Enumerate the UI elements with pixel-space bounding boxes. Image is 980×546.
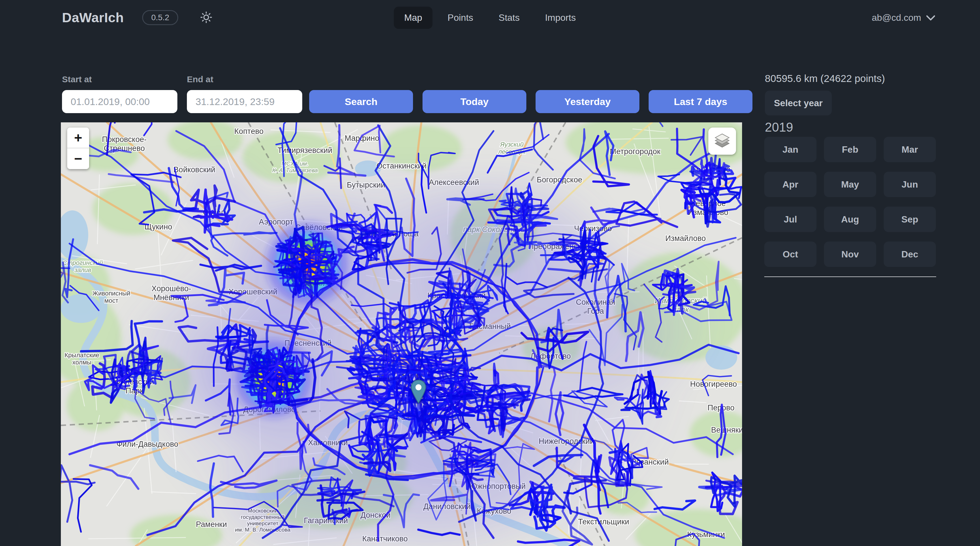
month-button-feb[interactable]: Feb bbox=[824, 137, 876, 162]
start-at-input[interactable] bbox=[62, 90, 177, 113]
zoom-in-button[interactable]: + bbox=[67, 128, 89, 148]
map-zoom-control: + − bbox=[67, 128, 89, 169]
account-menu[interactable]: ab@cd.com bbox=[872, 13, 935, 23]
last-7-days-button[interactable]: Last 7 days bbox=[649, 90, 752, 113]
month-grid: Jan Feb Mar Apr May Jun Jul Aug Sep Oct … bbox=[764, 137, 936, 267]
end-at-label: End at bbox=[187, 75, 213, 84]
month-button-oct[interactable]: Oct bbox=[764, 241, 816, 267]
map-canvas[interactable]: КоптевоПокровское-СтрешневоТимирязевский… bbox=[61, 122, 742, 546]
month-button-dec[interactable]: Dec bbox=[884, 241, 936, 267]
location-marker-pin[interactable] bbox=[410, 380, 426, 405]
month-button-aug[interactable]: Aug bbox=[824, 207, 876, 232]
map-label: Тимирязевский bbox=[277, 146, 332, 155]
month-button-may[interactable]: May bbox=[824, 172, 876, 197]
select-year-button[interactable]: Select year bbox=[765, 91, 832, 115]
start-at-label: Start at bbox=[62, 75, 92, 84]
map-label: Новогиреево bbox=[690, 380, 737, 388]
month-button-jul[interactable]: Jul bbox=[764, 207, 816, 232]
end-at-input[interactable] bbox=[187, 90, 302, 113]
sidebar-divider bbox=[764, 276, 936, 277]
tab-points[interactable]: Points bbox=[437, 6, 484, 29]
chevron-down-icon bbox=[926, 13, 935, 23]
theme-toggle-button[interactable] bbox=[197, 8, 216, 28]
tab-stats[interactable]: Stats bbox=[488, 6, 530, 29]
month-button-jun[interactable]: Jun bbox=[884, 172, 936, 197]
month-button-jan[interactable]: Jan bbox=[764, 137, 816, 162]
zoom-out-button[interactable]: − bbox=[67, 148, 89, 169]
month-button-apr[interactable]: Apr bbox=[764, 172, 816, 197]
layers-control[interactable] bbox=[708, 128, 736, 155]
search-button[interactable]: Search bbox=[309, 90, 413, 113]
tab-map[interactable]: Map bbox=[394, 6, 433, 29]
page: { "app": { "title": "DaWarIch", "version… bbox=[0, 0, 980, 546]
month-button-nov[interactable]: Nov bbox=[824, 241, 876, 267]
version-badge: 0.5.2 bbox=[142, 10, 178, 25]
account-email: ab@cd.com bbox=[872, 13, 921, 23]
app-logo[interactable]: DaWarIch bbox=[62, 10, 124, 26]
yesterday-button[interactable]: Yesterday bbox=[536, 90, 640, 113]
month-button-sep[interactable]: Sep bbox=[884, 207, 936, 232]
year-heading: 2019 bbox=[765, 120, 793, 134]
main-nav: Map Points Stats Imports bbox=[394, 6, 586, 29]
sun-icon bbox=[200, 11, 213, 25]
map-tiles: КоптевоПокровское-СтрешневоТимирязевский… bbox=[61, 122, 742, 546]
today-button[interactable]: Today bbox=[423, 90, 527, 113]
tab-imports[interactable]: Imports bbox=[535, 6, 586, 29]
map-label: Измайлово bbox=[665, 234, 706, 243]
navbar: DaWarIch 0.5.2 Map Points Stats Imports … bbox=[0, 0, 980, 35]
map-label: Яузскийлесопарк bbox=[498, 141, 526, 155]
map-label: Коптево bbox=[234, 127, 264, 136]
distance-stats: 80595.6 km (24622 points) bbox=[765, 73, 885, 84]
layers-icon bbox=[713, 132, 732, 151]
month-button-mar[interactable]: Mar bbox=[884, 137, 936, 162]
map-label: Метрогородок bbox=[610, 147, 660, 156]
